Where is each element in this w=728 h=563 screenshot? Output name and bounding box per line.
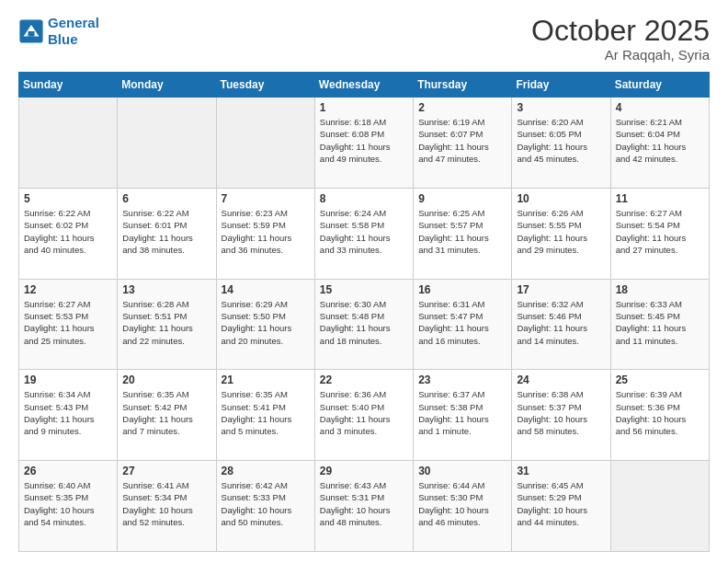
day-info-31: Sunrise: 6:45 AM Sunset: 5:29 PM Dayligh… (517, 479, 605, 528)
week-row-0: 1Sunrise: 6:18 AM Sunset: 6:08 PM Daylig… (19, 98, 710, 189)
logo-text: General Blue (48, 15, 99, 48)
day-info-25: Sunrise: 6:39 AM Sunset: 5:36 PM Dayligh… (616, 388, 704, 437)
day-num-26: 26 (24, 465, 112, 477)
day-num-19: 19 (24, 373, 112, 386)
day-num-25: 25 (616, 373, 704, 386)
day-num-15: 15 (320, 283, 408, 296)
day-info-30: Sunrise: 6:44 AM Sunset: 5:30 PM Dayligh… (418, 479, 506, 528)
header: General Blue October 2025 Ar Raqqah, Syr… (18, 15, 710, 63)
week-row-2: 12Sunrise: 6:27 AM Sunset: 5:53 PM Dayli… (19, 279, 710, 370)
cell-3-5: 24Sunrise: 6:38 AM Sunset: 5:37 PM Dayli… (512, 370, 610, 461)
day-info-24: Sunrise: 6:38 AM Sunset: 5:37 PM Dayligh… (517, 388, 605, 437)
day-num-29: 29 (320, 465, 408, 477)
cell-3-3: 22Sunrise: 6:36 AM Sunset: 5:40 PM Dayli… (314, 370, 413, 461)
cell-4-1: 27Sunrise: 6:41 AM Sunset: 5:34 PM Dayli… (118, 461, 216, 552)
day-info-16: Sunrise: 6:31 AM Sunset: 5:47 PM Dayligh… (418, 298, 506, 347)
day-num-4: 4 (616, 101, 704, 114)
cell-4-5: 31Sunrise: 6:45 AM Sunset: 5:29 PM Dayli… (512, 461, 610, 552)
day-info-8: Sunrise: 6:24 AM Sunset: 5:58 PM Dayligh… (320, 207, 408, 256)
day-info-11: Sunrise: 6:27 AM Sunset: 5:54 PM Dayligh… (616, 207, 704, 256)
day-num-24: 24 (517, 373, 605, 386)
day-num-31: 31 (517, 465, 605, 477)
day-num-12: 12 (24, 283, 112, 296)
day-info-14: Sunrise: 6:29 AM Sunset: 5:50 PM Dayligh… (222, 298, 310, 347)
week-row-4: 26Sunrise: 6:40 AM Sunset: 5:35 PM Dayli… (19, 461, 710, 552)
title-block: October 2025 Ar Raqqah, Syria (531, 15, 710, 63)
cell-0-2 (216, 98, 314, 189)
cell-1-0: 5Sunrise: 6:22 AM Sunset: 6:02 PM Daylig… (19, 188, 118, 279)
logo-line2: Blue (48, 31, 78, 47)
header-saturday: Saturday (610, 73, 709, 98)
day-num-13: 13 (122, 283, 210, 296)
cell-2-6: 18Sunrise: 6:33 AM Sunset: 5:45 PM Dayli… (610, 279, 709, 370)
cell-2-3: 15Sunrise: 6:30 AM Sunset: 5:48 PM Dayli… (314, 279, 413, 370)
day-num-3: 3 (517, 101, 605, 114)
location-subtitle: Ar Raqqah, Syria (531, 47, 710, 63)
day-num-1: 1 (320, 101, 408, 114)
day-num-6: 6 (122, 192, 210, 205)
day-info-9: Sunrise: 6:25 AM Sunset: 5:57 PM Dayligh… (418, 207, 506, 256)
logo-line1: General (48, 15, 99, 30)
day-info-19: Sunrise: 6:34 AM Sunset: 5:43 PM Dayligh… (24, 388, 112, 437)
day-num-5: 5 (24, 192, 112, 205)
day-num-11: 11 (616, 192, 704, 205)
svg-rect-2 (28, 31, 35, 37)
day-num-18: 18 (616, 283, 704, 296)
cell-3-1: 20Sunrise: 6:35 AM Sunset: 5:42 PM Dayli… (118, 370, 216, 461)
cell-3-2: 21Sunrise: 6:35 AM Sunset: 5:41 PM Dayli… (216, 370, 314, 461)
cell-3-6: 25Sunrise: 6:39 AM Sunset: 5:36 PM Dayli… (610, 370, 709, 461)
week-row-3: 19Sunrise: 6:34 AM Sunset: 5:43 PM Dayli… (19, 370, 710, 461)
cell-0-3: 1Sunrise: 6:18 AM Sunset: 6:08 PM Daylig… (314, 98, 413, 189)
header-tuesday: Tuesday (216, 73, 314, 98)
cell-4-3: 29Sunrise: 6:43 AM Sunset: 5:31 PM Dayli… (314, 461, 413, 552)
cell-1-5: 10Sunrise: 6:26 AM Sunset: 5:55 PM Dayli… (512, 188, 610, 279)
day-info-20: Sunrise: 6:35 AM Sunset: 5:42 PM Dayligh… (122, 388, 210, 437)
cell-1-1: 6Sunrise: 6:22 AM Sunset: 6:01 PM Daylig… (118, 188, 216, 279)
header-sunday: Sunday (19, 73, 118, 98)
cell-1-2: 7Sunrise: 6:23 AM Sunset: 5:59 PM Daylig… (216, 188, 314, 279)
day-info-5: Sunrise: 6:22 AM Sunset: 6:02 PM Dayligh… (24, 207, 112, 256)
header-wednesday: Wednesday (314, 73, 413, 98)
weekday-header-row: Sunday Monday Tuesday Wednesday Thursday… (19, 73, 710, 98)
day-num-28: 28 (222, 465, 310, 477)
cell-4-6 (610, 461, 709, 552)
week-row-1: 5Sunrise: 6:22 AM Sunset: 6:02 PM Daylig… (19, 188, 710, 279)
day-num-27: 27 (122, 465, 210, 477)
cell-2-2: 14Sunrise: 6:29 AM Sunset: 5:50 PM Dayli… (216, 279, 314, 370)
day-num-21: 21 (222, 373, 310, 386)
logo: General Blue (18, 15, 99, 48)
cell-4-0: 26Sunrise: 6:40 AM Sunset: 5:35 PM Dayli… (19, 461, 118, 552)
day-info-28: Sunrise: 6:42 AM Sunset: 5:33 PM Dayligh… (222, 479, 310, 528)
cell-0-6: 4Sunrise: 6:21 AM Sunset: 6:04 PM Daylig… (610, 98, 709, 189)
cell-0-5: 3Sunrise: 6:20 AM Sunset: 6:05 PM Daylig… (512, 98, 610, 189)
day-num-2: 2 (418, 101, 506, 114)
day-info-2: Sunrise: 6:19 AM Sunset: 6:07 PM Dayligh… (418, 116, 506, 165)
calendar-table: Sunday Monday Tuesday Wednesday Thursday… (18, 72, 710, 552)
cell-2-1: 13Sunrise: 6:28 AM Sunset: 5:51 PM Dayli… (118, 279, 216, 370)
cell-0-1 (118, 98, 216, 189)
day-info-7: Sunrise: 6:23 AM Sunset: 5:59 PM Dayligh… (222, 207, 310, 256)
day-num-7: 7 (222, 192, 310, 205)
cell-3-4: 23Sunrise: 6:37 AM Sunset: 5:38 PM Dayli… (414, 370, 512, 461)
day-num-23: 23 (418, 373, 506, 386)
day-num-9: 9 (418, 192, 506, 205)
day-num-20: 20 (122, 373, 210, 386)
cell-0-4: 2Sunrise: 6:19 AM Sunset: 6:07 PM Daylig… (414, 98, 512, 189)
day-info-10: Sunrise: 6:26 AM Sunset: 5:55 PM Dayligh… (517, 207, 605, 256)
cell-2-0: 12Sunrise: 6:27 AM Sunset: 5:53 PM Dayli… (19, 279, 118, 370)
day-info-13: Sunrise: 6:28 AM Sunset: 5:51 PM Dayligh… (122, 298, 210, 347)
day-info-18: Sunrise: 6:33 AM Sunset: 5:45 PM Dayligh… (616, 298, 704, 347)
day-num-14: 14 (222, 283, 310, 296)
page: General Blue October 2025 Ar Raqqah, Syr… (0, 0, 728, 563)
cell-1-4: 9Sunrise: 6:25 AM Sunset: 5:57 PM Daylig… (414, 188, 512, 279)
day-num-17: 17 (517, 283, 605, 296)
day-info-1: Sunrise: 6:18 AM Sunset: 6:08 PM Dayligh… (320, 116, 408, 165)
day-info-17: Sunrise: 6:32 AM Sunset: 5:46 PM Dayligh… (517, 298, 605, 347)
day-num-16: 16 (418, 283, 506, 296)
day-num-30: 30 (418, 465, 506, 477)
day-num-10: 10 (517, 192, 605, 205)
day-info-23: Sunrise: 6:37 AM Sunset: 5:38 PM Dayligh… (418, 388, 506, 437)
cell-4-4: 30Sunrise: 6:44 AM Sunset: 5:30 PM Dayli… (414, 461, 512, 552)
month-title: October 2025 (531, 15, 710, 47)
header-monday: Monday (118, 73, 216, 98)
